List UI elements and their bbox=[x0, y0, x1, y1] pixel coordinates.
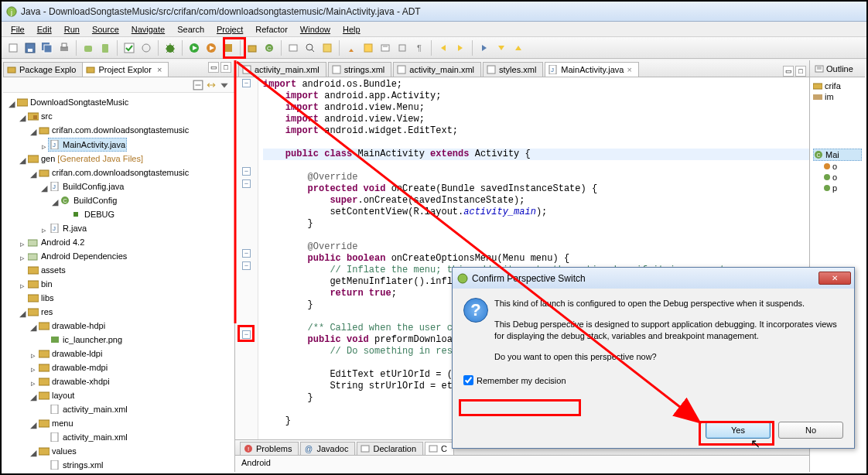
problems-tab[interactable]: !Problems bbox=[240, 442, 299, 455]
android-avd-button[interactable] bbox=[98, 41, 112, 55]
svg-rect-95 bbox=[813, 94, 822, 100]
svg-rect-8 bbox=[62, 43, 67, 47]
menu-search[interactable]: Search bbox=[173, 23, 209, 36]
dialog-close-button[interactable]: ✕ bbox=[818, 272, 851, 285]
package-explorer-tab[interactable]: Package Explo bbox=[3, 62, 83, 77]
collapse-all-icon[interactable] bbox=[193, 80, 203, 91]
editor-tab-activity-main-1[interactable]: activity_main.xml bbox=[238, 62, 326, 77]
new-button[interactable] bbox=[6, 41, 20, 55]
editor-tab-mainactivity[interactable]: JMainActivity.java× bbox=[545, 62, 639, 77]
svg-rect-76 bbox=[39, 420, 50, 427]
next-annot-button[interactable] bbox=[494, 41, 508, 55]
run-button[interactable] bbox=[187, 41, 201, 55]
new-class-button[interactable]: C bbox=[262, 41, 276, 55]
show-whitespace-button[interactable]: ¶ bbox=[412, 41, 426, 55]
svg-rect-4 bbox=[28, 49, 32, 52]
editor-ruler[interactable]: − − − − − − bbox=[235, 77, 258, 439]
tree-package: crifan.com.downloadsongtastemusic bbox=[37, 124, 190, 136]
toggle-button[interactable] bbox=[122, 41, 136, 55]
svg-rect-82 bbox=[398, 66, 405, 73]
print-button[interactable] bbox=[57, 41, 71, 55]
dialog-text: This kind of launch is configured to ope… bbox=[494, 298, 843, 372]
svg-rect-67 bbox=[28, 295, 39, 302]
android-sdk-button[interactable] bbox=[81, 41, 95, 55]
link-editor-icon[interactable] bbox=[206, 80, 217, 91]
class-icon: C bbox=[814, 150, 823, 159]
editor-tab-strings[interactable]: strings.xml bbox=[328, 62, 392, 77]
menu-navigate[interactable]: Navigate bbox=[127, 23, 169, 36]
menu-window[interactable]: Window bbox=[296, 23, 335, 36]
outline-method: o bbox=[824, 172, 862, 183]
svg-text:J: J bbox=[53, 142, 56, 149]
close-icon[interactable]: × bbox=[157, 65, 162, 74]
maximize-editor-button[interactable]: □ bbox=[795, 66, 806, 77]
editor-tab-styles[interactable]: styles.xml bbox=[483, 62, 543, 77]
tree-xml: activity_main.xml bbox=[48, 431, 129, 443]
svg-point-12 bbox=[142, 44, 150, 52]
dialog-title: Confirm Perspective Switch bbox=[472, 273, 818, 284]
minimize-editor-button[interactable]: ▭ bbox=[783, 66, 794, 77]
search-button[interactable] bbox=[303, 41, 317, 55]
tree-mainactivity: JMainActivity.java bbox=[48, 138, 127, 152]
close-icon[interactable]: × bbox=[627, 65, 631, 74]
tree-libs: libs bbox=[26, 292, 56, 304]
mark-occurrences-button[interactable] bbox=[378, 41, 392, 55]
svg-rect-70 bbox=[51, 337, 59, 343]
pin-button[interactable] bbox=[344, 41, 358, 55]
svg-line-16 bbox=[173, 45, 174, 46]
menu-source[interactable]: Source bbox=[87, 23, 124, 36]
menu-edit[interactable]: Edit bbox=[32, 23, 56, 36]
menu-help[interactable]: Help bbox=[338, 23, 365, 36]
tree-drawable-mdpi: drawable-mdpi bbox=[37, 361, 109, 374]
new-package-button[interactable] bbox=[245, 41, 259, 55]
last-edit-button[interactable] bbox=[477, 41, 491, 55]
editor-tabs: activity_main.xml strings.xml activity_m… bbox=[235, 60, 809, 77]
menu-run[interactable]: Run bbox=[60, 23, 84, 36]
forward-button[interactable] bbox=[453, 41, 467, 55]
annotation-button[interactable] bbox=[320, 41, 334, 55]
no-button[interactable]: No bbox=[778, 422, 843, 439]
svg-marker-47 bbox=[220, 83, 227, 87]
svg-rect-2 bbox=[9, 44, 17, 52]
tree-debug-field: DEBUG bbox=[70, 208, 116, 220]
svg-rect-83 bbox=[487, 66, 495, 73]
open-type-button[interactable] bbox=[286, 41, 300, 55]
run-last-button[interactable] bbox=[204, 41, 218, 55]
yes-button[interactable]: Yes bbox=[706, 422, 771, 439]
editor-tab-activity-main-2[interactable]: activity_main.xml bbox=[393, 62, 481, 77]
tree-drawable-hdpi: drawable-hdpi bbox=[37, 320, 107, 332]
xml-icon bbox=[332, 65, 341, 74]
save-button[interactable] bbox=[23, 41, 37, 55]
svg-text:C: C bbox=[267, 45, 272, 52]
minimize-view-button[interactable]: ▭ bbox=[208, 62, 219, 73]
external-tools-button[interactable] bbox=[221, 41, 235, 55]
toggle-breadcrumb-button[interactable] bbox=[361, 41, 375, 55]
prev-annot-button[interactable] bbox=[511, 41, 525, 55]
app-icon: j bbox=[6, 6, 17, 17]
skip-button[interactable] bbox=[139, 41, 153, 55]
folder-icon bbox=[86, 65, 95, 74]
dialog-titlebar[interactable]: Confirm Perspective Switch ✕ bbox=[453, 268, 854, 289]
project-explorer-tree[interactable]: ◢DownloadSongtasteMusic ◢src ◢crifan.com… bbox=[3, 93, 234, 472]
tree-buildconfig-java: JBuildConfig.java bbox=[48, 180, 126, 193]
view-menu-icon[interactable] bbox=[219, 80, 230, 91]
console-tab[interactable]: C bbox=[425, 442, 454, 455]
main-toolbar: C ¶ bbox=[2, 37, 866, 59]
outline-class: CMai bbox=[813, 149, 862, 161]
debug-button[interactable] bbox=[163, 41, 177, 55]
remember-decision-checkbox[interactable] bbox=[463, 375, 473, 385]
declaration-tab[interactable]: Declaration bbox=[357, 442, 423, 455]
javadoc-tab[interactable]: @Javadoc bbox=[300, 442, 355, 455]
svg-line-15 bbox=[166, 45, 168, 46]
outline-tab[interactable]: Outline bbox=[810, 60, 865, 77]
menu-file[interactable]: File bbox=[6, 23, 29, 36]
menu-refactor[interactable]: Refactor bbox=[251, 23, 292, 36]
console-content: Android bbox=[235, 456, 809, 470]
project-explorer-tab[interactable]: Project Explor × bbox=[82, 62, 169, 77]
maximize-view-button[interactable]: □ bbox=[220, 62, 231, 73]
svg-rect-65 bbox=[28, 267, 39, 274]
save-all-button[interactable] bbox=[40, 41, 54, 55]
menu-project[interactable]: Project bbox=[212, 23, 248, 36]
back-button[interactable] bbox=[436, 41, 450, 55]
block-select-button[interactable] bbox=[395, 41, 409, 55]
